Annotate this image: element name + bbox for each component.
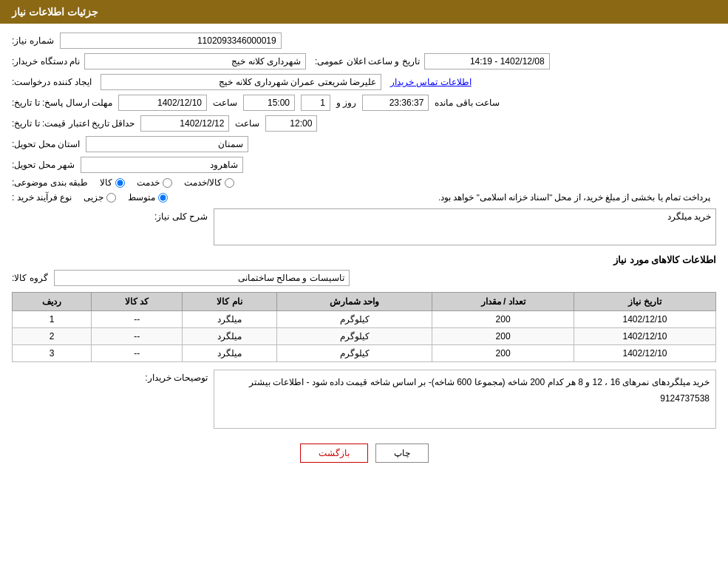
table-row: 1402/12/10200کیلوگرممیلگرد--3 xyxy=(13,345,716,362)
gorohe-kala-input[interactable] xyxy=(54,270,350,286)
col-code-kala: کد کالا xyxy=(92,293,183,311)
tosiyat-textarea[interactable]: خرید میلگردهای نمرهای 16 ، 12 و 8 هر کدا… xyxy=(214,370,716,429)
notice-text: پرداخت تمام یا بخشی از مبلغ خرید، از محل… xyxy=(168,192,716,203)
noe-farayand-label: نوع فرآیند خرید : xyxy=(12,192,72,203)
hadaqal-tarikh-input[interactable] xyxy=(140,115,229,132)
page-title: جزئیات اطلاعات نیاز xyxy=(12,6,98,18)
col-vahed: واحد شمارش xyxy=(277,293,432,311)
page-header: جزئیات اطلاعات نیاز xyxy=(0,0,728,24)
nam-dastgah-input[interactable] xyxy=(84,53,306,69)
mohlat-roz-input[interactable] xyxy=(301,95,330,111)
tosiyat-label: توصیحات خریدار: xyxy=(145,373,208,383)
noe-farayand-radio-group: متوسط جزیی xyxy=(84,192,168,203)
ostan-input[interactable] xyxy=(86,136,248,152)
shomare-niaz-label: شماره نیاز: xyxy=(12,35,54,46)
hadaqal-saat-label: ساعت xyxy=(235,118,259,129)
tabaghebandi-label: طبقه بندی موضوعی: xyxy=(12,177,88,188)
radio-khadamat[interactable]: خدمت xyxy=(137,177,172,188)
hadaqal-tarikh-label: حداقل تاریخ اعتبار قیمت: تا تاریخ: xyxy=(12,118,135,129)
sharh-kolli-label: شرح کلی نیاز: xyxy=(154,211,208,222)
radio-motavaset[interactable]: متوسط xyxy=(128,192,168,203)
col-tarikh: تاریخ نیاز xyxy=(574,293,716,311)
hadaqal-saat-input[interactable] xyxy=(265,115,317,132)
print-button[interactable]: چاپ xyxy=(375,444,429,463)
table-row: 1402/12/10200کیلوگرممیلگرد--2 xyxy=(13,328,716,345)
button-row: چاپ بازگشت xyxy=(12,444,716,478)
table-row: 1402/12/10200کیلوگرممیلگرد--1 xyxy=(13,311,716,328)
nam-dastgah-label: نام دستگاه خریدار: xyxy=(12,56,80,67)
tarikh-elaan-label: تاریخ و ساعت اعلان عمومی: xyxy=(315,56,420,67)
back-button[interactable]: بازگشت xyxy=(300,444,368,463)
col-radif: ردیف xyxy=(13,293,92,311)
ijad-konande-label: ایجاد کننده درخواست: xyxy=(12,77,92,87)
kalaha-title: اطلاعات کالاهای مورد نیاز xyxy=(12,254,716,265)
tarikh-elaan-input[interactable] xyxy=(424,53,550,69)
ijad-konande-input[interactable] xyxy=(101,74,381,90)
mohlat-tarikh-input[interactable] xyxy=(118,95,207,111)
mohlat-saat-mande-label: ساعت باقی مانده xyxy=(435,98,500,108)
mohlat-ersal-label: مهلت ارسال پاسخ: تا تاریخ: xyxy=(12,98,112,108)
sharh-kolli-textarea[interactable]: خرید میلگرد xyxy=(214,208,716,245)
col-tedad: تعداد / مقدار xyxy=(432,293,574,311)
gorohe-kala-label: گروه کالا: xyxy=(12,273,48,283)
ostan-label: استان محل تحویل: xyxy=(12,139,80,149)
mohlat-saat-label: ساعت xyxy=(213,98,237,108)
mohlat-saat-input[interactable] xyxy=(243,95,295,111)
ettelaat-tamas-link[interactable]: اطلاعات تماس خریدار xyxy=(390,77,472,87)
mohlat-saat-mande-input[interactable] xyxy=(362,95,429,111)
goods-table: تاریخ نیاز تعداد / مقدار واحد شمارش نام … xyxy=(12,292,716,362)
radio-kala-khadamat[interactable]: کالا/خدمت xyxy=(184,177,234,188)
tabaghebandi-radio-group: کالا/خدمت خدمت کالا xyxy=(100,177,234,188)
shahr-label: شهر محل تحویل: xyxy=(12,160,75,170)
mohlat-roz-label: روز و xyxy=(336,98,356,108)
radio-kala[interactable]: کالا xyxy=(100,177,125,188)
shahr-input[interactable] xyxy=(81,157,243,173)
col-name-kala: نام کالا xyxy=(183,293,277,311)
radio-jozii[interactable]: جزیی xyxy=(84,192,116,203)
shomare-niaz-input[interactable] xyxy=(60,33,282,49)
